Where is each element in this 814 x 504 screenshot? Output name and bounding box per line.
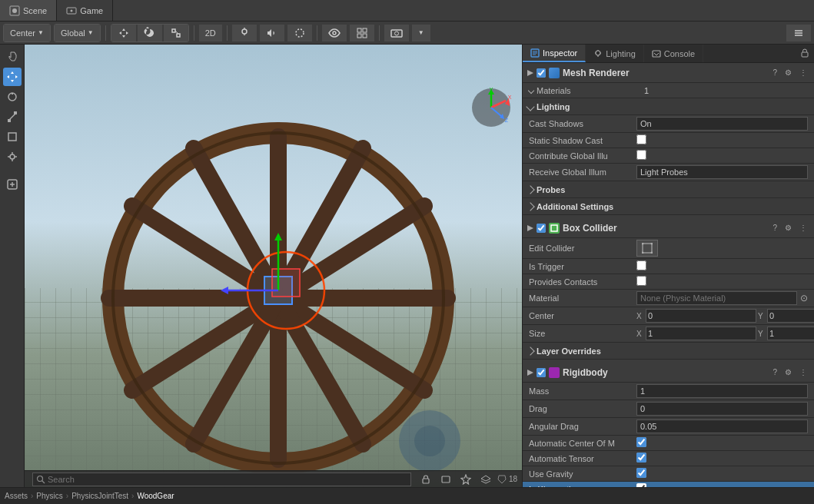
- effects-btn[interactable]: [287, 25, 312, 41]
- mesh-help-btn[interactable]: ?: [770, 68, 779, 78]
- angular-drag-input[interactable]: [636, 419, 808, 433]
- rb-menu-btn[interactable]: ⋮: [797, 367, 809, 377]
- rb-help-btn[interactable]: ?: [770, 367, 779, 377]
- search-input[interactable]: [48, 475, 407, 484]
- console-tab[interactable]: Console: [644, 45, 703, 62]
- svg-rect-4: [172, 29, 175, 32]
- svg-point-94: [642, 252, 644, 254]
- is-trigger-checkbox[interactable]: [636, 260, 646, 270]
- use-gravity-checkbox[interactable]: [636, 468, 646, 478]
- lighting-section-header[interactable]: Lighting: [523, 98, 814, 115]
- mesh-renderer-enabled[interactable]: [537, 68, 546, 78]
- rotate-tool-icon[interactable]: [3, 88, 22, 106]
- probes-chevron: [526, 185, 534, 194]
- cast-shadows-select[interactable]: On Off Two Sided Shadows Only: [636, 117, 808, 131]
- scale-icon: [170, 27, 182, 39]
- transform-tool-icon[interactable]: [3, 148, 22, 166]
- scene-lock-btn[interactable]: [417, 471, 434, 488]
- rigidbody-header: Rigidbody ? ⚙ ⋮: [523, 363, 814, 383]
- move-tool-icon[interactable]: [3, 68, 22, 86]
- main-content: Y X Z: [0, 45, 814, 487]
- probes-section-header[interactable]: Probes: [523, 181, 814, 198]
- hand-tool-icon[interactable]: [3, 48, 22, 66]
- scene-mute-btn[interactable]: [437, 471, 454, 488]
- lighting-tab[interactable]: Lighting: [586, 45, 644, 62]
- viewport: Y X Z: [25, 45, 522, 487]
- size-x-field: X: [636, 327, 756, 340]
- center-y-input[interactable]: [767, 309, 814, 323]
- custom-tool-icon[interactable]: [3, 175, 22, 194]
- lock-inspector-btn[interactable]: [796, 45, 814, 62]
- box-layer-header[interactable]: Layer Overrides: [523, 343, 814, 360]
- hamburger-btn[interactable]: [786, 25, 811, 41]
- size-x-input[interactable]: [646, 327, 756, 340]
- angular-drag-label: Angular Drag: [529, 422, 636, 431]
- material-pick-btn[interactable]: ⊙: [800, 293, 808, 303]
- camera-btn[interactable]: [384, 25, 409, 41]
- rigidbody-enabled[interactable]: [537, 368, 546, 377]
- expand-box-icon: [527, 224, 533, 233]
- box-layer-chevron: [526, 346, 534, 355]
- center-x-field: X: [636, 309, 756, 323]
- edit-collider-btn[interactable]: [636, 240, 658, 257]
- mesh-settings-btn[interactable]: ⚙: [782, 68, 794, 78]
- scene-tab-label: Scene: [23, 6, 47, 15]
- center-x-input[interactable]: [646, 309, 756, 323]
- box-collider-header: Box Collider ? ⚙ ⋮: [523, 218, 814, 238]
- star-icon: [460, 474, 471, 485]
- auto-center-row: Automatic Center Of M: [523, 436, 814, 451]
- light-btn[interactable]: [232, 25, 257, 41]
- move-btn[interactable]: [111, 25, 136, 41]
- center-toggle[interactable]: Center ▼: [4, 25, 50, 41]
- star-btn[interactable]: [457, 471, 474, 488]
- console-tab-icon: [652, 49, 661, 58]
- inspector-tab[interactable]: Inspector: [523, 45, 586, 62]
- mesh-menu-btn[interactable]: ⋮: [797, 68, 809, 78]
- auto-tensor-checkbox[interactable]: [636, 453, 646, 463]
- svg-point-58: [414, 426, 445, 456]
- mute-icon: [440, 474, 451, 485]
- 2d-btn[interactable]: 2D: [199, 25, 222, 41]
- box-settings-btn[interactable]: ⚙: [782, 223, 794, 233]
- drag-input[interactable]: [636, 402, 808, 416]
- box-collider-enabled[interactable]: [537, 224, 546, 233]
- rotate-btn[interactable]: [138, 25, 162, 41]
- receive-gi-select[interactable]: Light Probes Lightmaps: [636, 165, 808, 179]
- provides-contacts-checkbox[interactable]: [636, 276, 646, 286]
- rb-settings-btn[interactable]: ⚙: [782, 367, 794, 377]
- material-field[interactable]: [636, 291, 797, 305]
- scale-btn[interactable]: [164, 25, 188, 41]
- rect-tool-icon[interactable]: [3, 128, 22, 146]
- box-help-btn[interactable]: ?: [770, 223, 779, 233]
- mass-input[interactable]: [636, 384, 808, 398]
- scale-tool-icon[interactable]: [3, 108, 22, 126]
- game-tab[interactable]: Game: [57, 0, 113, 21]
- dropdown-btn[interactable]: ▼: [412, 25, 430, 41]
- rigidbody-icon: [549, 367, 560, 378]
- cast-shadows-row: Cast Shadows On Off Two Sided Shadows On…: [523, 115, 814, 133]
- hidden-btn[interactable]: [322, 25, 347, 41]
- size-y-input[interactable]: [767, 327, 814, 340]
- rotate-icon: [144, 27, 156, 39]
- contribute-gi-checkbox[interactable]: [636, 150, 646, 160]
- grid-btn[interactable]: [350, 25, 374, 41]
- static-shadow-checkbox[interactable]: [636, 134, 646, 144]
- svg-marker-89: [527, 225, 533, 231]
- global-toggle[interactable]: Global ▼: [55, 25, 100, 41]
- transform-group: Center ▼: [3, 24, 51, 42]
- game-tab-label: Game: [80, 6, 103, 15]
- scene-tab[interactable]: Scene: [0, 0, 57, 21]
- rigidbody-actions: ? ⚙ ⋮: [770, 367, 809, 377]
- layers-btn[interactable]: [477, 471, 494, 488]
- edit-collider-row: Edit Collider: [523, 238, 814, 259]
- move-icon: [118, 27, 130, 39]
- lighting-section-title: Lighting: [537, 102, 809, 111]
- svg-line-86: [656, 53, 659, 55]
- auto-center-checkbox[interactable]: [636, 437, 646, 447]
- material-value: ⊙: [636, 291, 808, 305]
- audio-btn[interactable]: [260, 25, 284, 41]
- additional-section-header[interactable]: Additional Settings: [523, 198, 814, 215]
- search-bar[interactable]: [32, 472, 411, 486]
- inspector-body: Mesh Renderer ? ⚙ ⋮ Materials 1 Lighting…: [523, 63, 814, 487]
- box-menu-btn[interactable]: ⋮: [797, 223, 809, 233]
